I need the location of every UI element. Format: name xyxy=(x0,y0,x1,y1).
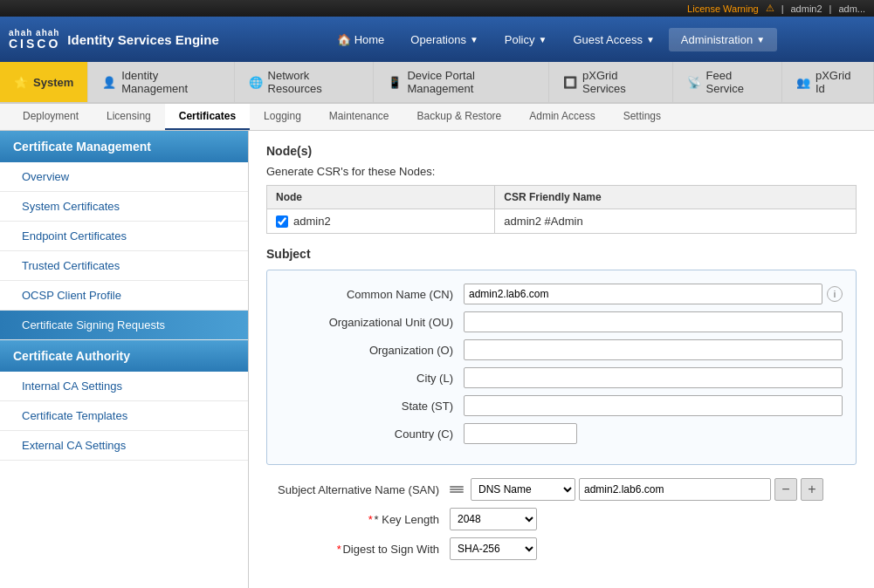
common-name-row: Common Name (CN) i xyxy=(280,284,843,304)
main-tab-bar: ⭐ System 👤 Identity Management 🌐 Network… xyxy=(0,62,874,104)
sidebar-item-cert-templates[interactable]: Certificate Templates xyxy=(0,401,248,431)
san-row: Subject Alternative Name (SAN) DNS Name … xyxy=(266,478,857,501)
system-tab-icon: ⭐ xyxy=(14,76,28,89)
san-value-input[interactable] xyxy=(579,478,771,501)
san-controls: DNS Name IP Address URI − + xyxy=(450,478,823,501)
sub-tab-backup-restore[interactable]: Backup & Restore xyxy=(403,104,516,130)
feed-tab-label: Feed Service xyxy=(706,69,767,95)
csr-label: Certificate Signing Requests xyxy=(22,318,165,332)
device-tab-label: Device Portal Management xyxy=(407,69,534,95)
main-panel: Node(s) Generate CSR's for these Nodes: … xyxy=(249,131,874,588)
san-type-select[interactable]: DNS Name IP Address URI xyxy=(471,478,575,501)
main-nav: 🏠 Home Operations ▼ Policy ▼ Guest Acces… xyxy=(237,28,865,51)
nav-bar: ahah ahah CISCO Identity Services Engine… xyxy=(0,17,874,62)
deployment-label: Deployment xyxy=(23,110,79,122)
tab-pxgrid-id[interactable]: 👥 pXGrid Id xyxy=(782,62,874,102)
nav-home[interactable]: 🏠 Home xyxy=(325,28,397,51)
ou-input[interactable] xyxy=(464,311,843,332)
tab-pxgrid[interactable]: 🔲 pXGrid Services xyxy=(549,62,673,102)
settings-label: Settings xyxy=(623,110,661,122)
friendly-name-value: admin2 #Admin xyxy=(504,215,582,228)
san-add-button[interactable]: + xyxy=(801,478,823,501)
country-input[interactable] xyxy=(464,423,577,444)
username: admin2 xyxy=(790,3,822,14)
generate-label: Generate CSR's for these Nodes: xyxy=(266,165,857,178)
key-length-label: * * Key Length xyxy=(266,513,450,526)
sidebar-item-internal-ca[interactable]: Internal CA Settings xyxy=(0,372,248,401)
san-drag-handle[interactable] xyxy=(450,486,464,493)
device-tab-icon: 📱 xyxy=(388,76,402,89)
sidebar-item-external-ca[interactable]: External CA Settings xyxy=(0,431,248,461)
drag-line1 xyxy=(450,486,464,488)
sidebar-item-csr[interactable]: Certificate Signing Requests xyxy=(0,311,248,340)
system-certs-label: System Certificates xyxy=(22,200,120,213)
ocsp-label: OCSP Client Profile xyxy=(22,289,121,302)
city-input[interactable] xyxy=(464,367,843,388)
pxgrid-id-tab-label: pXGrid Id xyxy=(816,69,859,95)
policy-arrow: ▼ xyxy=(539,35,547,44)
key-length-select[interactable]: 512 1024 2048 4096 xyxy=(450,508,537,530)
sub-tab-maintenance[interactable]: Maintenance xyxy=(315,104,403,130)
digest-row: * Digest to Sign With SHA-1 SHA-256 SHA-… xyxy=(266,537,857,560)
sidebar-item-trusted-certs[interactable]: Trusted Certificates xyxy=(0,251,248,281)
org-label: Organization (O) xyxy=(280,344,464,357)
nodes-table: Node CSR Friendly Name admin2 admin2 #Ad… xyxy=(266,185,857,234)
cert-templates-label: Certificate Templates xyxy=(22,409,127,422)
sidebar-item-ocsp[interactable]: OCSP Client Profile xyxy=(0,281,248,311)
state-input[interactable] xyxy=(464,395,843,416)
sidebar-item-endpoint-certs[interactable]: Endpoint Certificates xyxy=(0,222,248,251)
sidebar: Certificate Management Overview System C… xyxy=(0,131,249,588)
pxgrid-tab-label: pXGrid Services xyxy=(582,69,658,95)
sub-tab-settings[interactable]: Settings xyxy=(609,104,675,130)
nav-administration[interactable]: Administration ▼ xyxy=(669,28,777,51)
internal-ca-label: Internal CA Settings xyxy=(22,379,122,393)
san-remove-button[interactable]: − xyxy=(774,478,797,501)
feed-tab-icon: 📡 xyxy=(687,76,701,89)
sub-tab-deployment[interactable]: Deployment xyxy=(9,104,93,130)
digest-select[interactable]: SHA-1 SHA-256 SHA-384 SHA-512 xyxy=(450,537,537,560)
tab-network-resources[interactable]: 🌐 Network Resources xyxy=(235,62,375,102)
node-name: admin2 xyxy=(293,215,331,228)
nav-guest-access[interactable]: Guest Access ▼ xyxy=(561,28,666,51)
nav-operations[interactable]: Operations ▼ xyxy=(398,28,491,51)
content-wrapper: Certificate Management Overview System C… xyxy=(0,131,874,588)
state-row: State (ST) xyxy=(280,395,843,416)
admin-access-label: Admin Access xyxy=(529,110,595,122)
node-checkbox[interactable] xyxy=(276,215,288,228)
ou-label: Organizational Unit (OU) xyxy=(280,316,464,329)
warning-icon: ⚠ xyxy=(766,3,774,14)
common-name-input[interactable] xyxy=(464,284,822,304)
sub-tab-certificates[interactable]: Certificates xyxy=(165,104,250,130)
external-ca-label: External CA Settings xyxy=(22,439,126,452)
separator2: | xyxy=(829,3,832,14)
tab-system[interactable]: ⭐ System xyxy=(0,62,88,102)
nav-operations-label: Operations xyxy=(410,33,466,46)
city-row: City (L) xyxy=(280,367,843,388)
sidebar-item-system-certs[interactable]: System Certificates xyxy=(0,192,248,222)
drag-line2 xyxy=(450,489,464,490)
overview-label: Overview xyxy=(22,170,69,183)
tab-device-portal[interactable]: 📱 Device Portal Management xyxy=(374,62,549,102)
common-name-info-icon[interactable]: i xyxy=(827,286,843,302)
tab-feed-service[interactable]: 📡 Feed Service xyxy=(673,62,782,102)
sub-tab-licensing[interactable]: Licensing xyxy=(93,104,165,130)
common-name-label: Common Name (CN) xyxy=(280,288,464,301)
sidebar-item-overview[interactable]: Overview xyxy=(0,162,248,192)
nav-admin-label: Administration xyxy=(681,33,753,46)
state-label: State (ST) xyxy=(280,400,464,413)
sub-tab-logging[interactable]: Logging xyxy=(250,104,315,130)
digest-required-star: * xyxy=(337,543,341,556)
node-cell: admin2 xyxy=(267,209,495,234)
more-options[interactable]: adm... xyxy=(838,3,865,14)
sub-tab-bar: Deployment Licensing Certificates Loggin… xyxy=(0,104,874,131)
tab-identity-management[interactable]: 👤 Identity Management xyxy=(88,62,234,102)
org-input[interactable] xyxy=(464,339,843,360)
network-tab-icon: 🌐 xyxy=(249,76,263,89)
nav-policy[interactable]: Policy ▼ xyxy=(492,28,560,51)
sub-tab-admin-access[interactable]: Admin Access xyxy=(515,104,609,130)
endpoint-certs-label: Endpoint Certificates xyxy=(22,229,127,243)
maintenance-label: Maintenance xyxy=(329,110,389,122)
licensing-label: Licensing xyxy=(107,110,151,122)
logo-area: ahah ahah CISCO Identity Services Engine xyxy=(9,29,219,50)
backup-label: Backup & Restore xyxy=(417,110,502,122)
